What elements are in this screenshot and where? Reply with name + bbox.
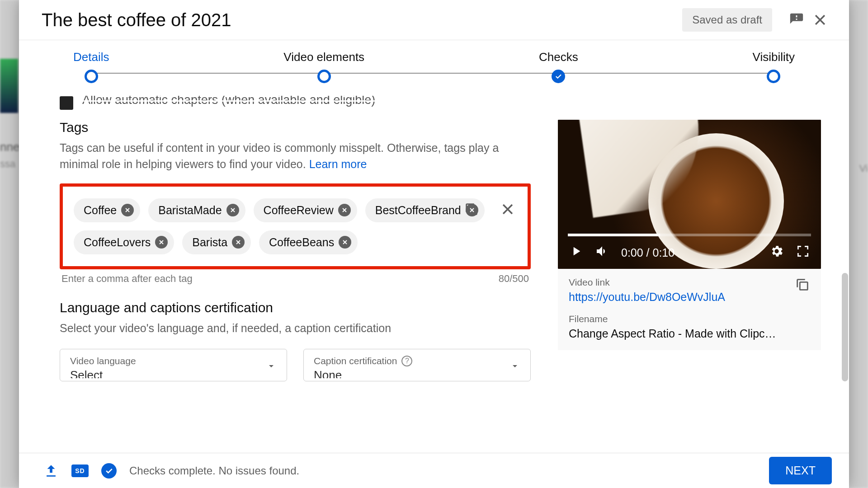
language-description: Select your video's language and, if nee… xyxy=(60,320,531,336)
checkbox-icon[interactable] xyxy=(60,96,73,110)
settings-icon[interactable] xyxy=(769,244,784,261)
video-preview[interactable]: 0:00 / 0:10 xyxy=(558,120,821,269)
tags-heading: Tags xyxy=(60,120,531,135)
auto-chapters-row[interactable]: Allow automatic chapters (when available… xyxy=(60,96,821,110)
tags-input-box[interactable]: CoffeeBaristaMadeCoffeeReviewBestCoffeeB… xyxy=(60,183,531,269)
tags-helper-text: Enter a comma after each tag xyxy=(61,273,193,285)
remove-tag-icon[interactable] xyxy=(226,204,239,216)
dialog-header: The best coffee of 2021 Saved as draft xyxy=(19,0,849,40)
remove-tag-icon[interactable] xyxy=(232,236,245,249)
help-icon[interactable]: ? xyxy=(401,356,412,366)
remove-tag-icon[interactable] xyxy=(155,236,168,249)
tag-label: BaristaMade xyxy=(158,204,222,217)
filename-label: Filename xyxy=(569,314,810,324)
feedback-icon[interactable] xyxy=(785,8,808,32)
tags-learn-more-link[interactable]: Learn more xyxy=(309,158,367,170)
tag-chip: Barista xyxy=(182,230,251,254)
tag-chip: CoffeeLovers xyxy=(74,230,174,254)
tag-label: CoffeeBeans xyxy=(269,236,334,249)
upload-dialog: The best coffee of 2021 Saved as draft D… xyxy=(19,0,849,488)
remove-tag-icon[interactable] xyxy=(121,204,134,216)
video-link-label: Video link xyxy=(569,277,786,288)
video-language-dropdown[interactable]: Video language Select xyxy=(60,349,287,381)
next-button[interactable]: NEXT xyxy=(769,457,832,484)
tags-description: Tags can be useful if content in your vi… xyxy=(60,140,531,173)
chevron-down-icon xyxy=(509,361,520,373)
auto-chapters-label: Allow automatic chapters (when available… xyxy=(82,96,375,107)
tag-label: Coffee xyxy=(84,204,117,217)
tag-label: CoffeeReview xyxy=(264,204,334,217)
close-icon[interactable] xyxy=(808,8,832,32)
save-status-chip: Saved as draft xyxy=(682,8,772,32)
step-video-elements[interactable]: Video elements xyxy=(283,50,364,83)
bg-text2: ssa xyxy=(0,158,15,170)
svg-rect-1 xyxy=(800,282,807,290)
bg-text: nne xyxy=(0,140,19,154)
step-details[interactable]: Details xyxy=(73,50,109,83)
fullscreen-icon[interactable] xyxy=(796,244,810,261)
upload-icon[interactable] xyxy=(43,463,59,479)
step-checks[interactable]: Checks xyxy=(539,50,578,83)
remove-tag-icon[interactable] xyxy=(339,236,351,249)
tags-char-counter: 80/500 xyxy=(499,273,529,285)
tag-label: Barista xyxy=(192,236,227,249)
tag-chip: Coffee xyxy=(74,198,140,222)
dialog-footer: SD Checks complete. No issues found. NEX… xyxy=(19,453,849,488)
video-time: 0:00 / 0:10 xyxy=(621,246,675,259)
footer-status-text: Checks complete. No issues found. xyxy=(129,465,756,477)
video-title: The best coffee of 2021 xyxy=(42,10,682,30)
clear-tags-icon[interactable] xyxy=(499,200,517,218)
bg-right: Vi xyxy=(859,163,868,174)
chevron-down-icon xyxy=(266,361,277,373)
volume-icon[interactable] xyxy=(595,244,609,261)
copy-tags-icon[interactable] xyxy=(462,200,481,218)
tag-chip: CoffeeBeans xyxy=(259,230,358,254)
play-icon[interactable] xyxy=(569,244,583,261)
tag-label: CoffeeLovers xyxy=(84,236,151,249)
svg-rect-0 xyxy=(469,206,476,214)
caption-certification-dropdown[interactable]: Caption certification? None xyxy=(303,349,531,381)
stepper: Details Video elements Checks Visibility xyxy=(19,40,849,83)
step-visibility[interactable]: Visibility xyxy=(753,50,795,83)
tag-label: BestCoffeeBrand xyxy=(375,204,461,217)
video-link[interactable]: https://youtu.be/Dw8OeWvJluA xyxy=(569,291,786,304)
filename-value: Change Aspect Ratio - Made with Clipc… xyxy=(569,327,810,340)
tag-chip: CoffeeReview xyxy=(254,198,357,222)
remove-tag-icon[interactable] xyxy=(338,204,351,216)
scrollbar[interactable] xyxy=(842,273,848,381)
tag-chip: BaristaMade xyxy=(148,198,245,222)
copy-link-icon[interactable] xyxy=(795,277,810,294)
checks-complete-icon xyxy=(101,463,117,479)
sd-badge-icon: SD xyxy=(71,465,89,477)
language-heading: Language and captions certification xyxy=(60,300,531,315)
